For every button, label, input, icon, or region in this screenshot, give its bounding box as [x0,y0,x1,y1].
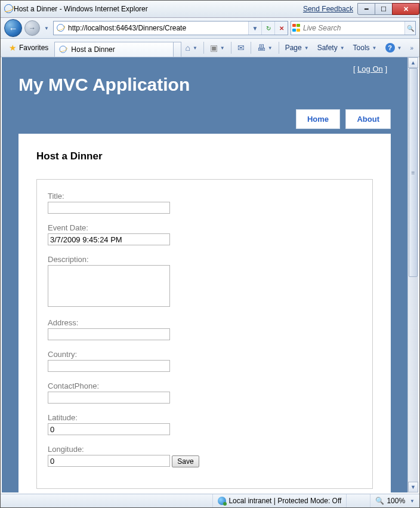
close-button[interactable]: ✕ [392,3,419,15]
address-dropdown[interactable]: ▼ [248,21,261,35]
status-bar: Local intranet | Protected Mode: Off 🔍 1… [1,494,419,507]
feeds-button[interactable]: ▣▼ [206,41,228,55]
content-viewport: [ Log On ] My MVC Application Home About… [2,57,418,492]
label-longitude: Longitude: [48,445,362,454]
favorites-label: Favorites [19,44,48,52]
zoom-control[interactable]: 🔍 100% ▼ [370,494,419,508]
input-longitude[interactable] [48,455,170,467]
browser-tab[interactable]: Host a Dinner [54,42,174,57]
input-title[interactable] [48,202,170,214]
login-area: [ Log On ] [18,64,391,73]
window-title: Host a Dinner - Windows Internet Explore… [14,5,303,13]
main-content: Host a Dinner Title: Event Date: Descrip… [18,134,391,492]
label-eventdate: Event Date: [48,223,362,232]
separator [279,42,279,54]
send-feedback-link[interactable]: Send Feedback [303,5,353,13]
print-icon: 🖶 [257,43,265,53]
home-icon: ⌂ [185,43,190,53]
nav-home[interactable]: Home [296,109,340,129]
label-title: Title: [48,192,362,201]
tools-menu[interactable]: Tools▼ [350,41,381,55]
zone-icon [218,497,226,505]
separator [231,42,231,54]
input-latitude[interactable] [48,423,170,435]
window-titlebar: Host a Dinner - Windows Internet Explore… [1,1,419,18]
url-input[interactable] [68,22,248,34]
read-mail-button[interactable]: ✉ [234,41,248,55]
favorites-button[interactable]: ★ Favorites [3,41,54,54]
page-heading: Host a Dinner [36,150,373,162]
separator [203,42,204,54]
search-go-button[interactable]: 🔍 [404,21,415,35]
scroll-down-button[interactable]: ▼ [408,482,418,492]
ie-icon [4,4,14,14]
site-nav: Home About [2,109,407,129]
label-country: Country: [48,350,362,359]
input-eventdate[interactable] [48,233,170,245]
tab-title: Host a Dinner [71,45,115,54]
label-address: Address: [48,318,362,327]
zoom-value: 100% [387,497,405,505]
search-input[interactable] [303,22,404,34]
safety-menu[interactable]: Safety▼ [314,41,348,55]
page-favicon [57,24,65,32]
nav-about[interactable]: About [345,109,391,129]
navigation-bar: ← → ▼ ▼ ↻ ✕ 🔍 [1,18,419,39]
page-content: [ Log On ] My MVC Application Home About… [2,57,407,492]
page-menu[interactable]: Page▼ [282,41,313,55]
star-icon: ★ [9,43,17,53]
tab-favicon [60,46,67,54]
input-contactphone[interactable] [48,392,170,404]
vertical-scrollbar[interactable]: ▲ ▼ [407,57,418,492]
print-button[interactable]: 🖶▼ [254,41,276,55]
separator [251,42,251,54]
help-button[interactable]: ?▼ [382,41,406,55]
scroll-up-button[interactable]: ▲ [408,57,418,68]
maximize-button[interactable]: ☐ [375,3,393,15]
status-slot [346,494,370,508]
mail-icon: ✉ [237,43,245,53]
search-box: 🔍 [291,21,416,35]
home-button[interactable]: ⌂▼ [181,41,200,55]
zone-text: Local intranet | Protected Mode: Off [228,497,341,505]
zoom-icon: 🔍 [375,497,384,505]
label-contactphone: ContactPhone: [48,381,362,390]
app-title: My MVC Application [18,75,391,95]
chevron-button[interactable]: » [406,41,417,55]
rss-icon: ▣ [210,43,218,53]
command-bar: ★ Favorites Host a Dinner ⌂▼ ▣▼ ✉ 🖶▼ Pag… [1,39,419,57]
forward-button[interactable]: → [24,20,40,36]
new-tab-button[interactable] [173,42,181,57]
input-address[interactable] [48,328,170,340]
security-zone[interactable]: Local intranet | Protected Mode: Off [212,494,346,508]
minimize-button[interactable]: ━ [357,3,375,15]
save-button[interactable]: Save [172,455,199,467]
input-description[interactable] [48,265,170,307]
address-bar: ▼ ↻ ✕ [53,21,288,35]
help-icon: ? [385,43,395,53]
logon-link[interactable]: Log On [357,64,383,73]
label-description: Description: [48,255,362,264]
scroll-thumb[interactable] [409,68,418,277]
refresh-button[interactable]: ↻ [261,21,274,35]
label-latitude: Latitude: [48,413,362,422]
stop-button[interactable]: ✕ [274,21,288,35]
search-provider-icon [291,22,303,34]
dinner-form: Title: Event Date: Description: Address:… [36,179,373,489]
input-country[interactable] [48,360,170,372]
back-button[interactable]: ← [4,19,22,37]
nav-history-dropdown[interactable]: ▼ [42,22,51,34]
zoom-dropdown[interactable]: ▼ [410,498,415,504]
